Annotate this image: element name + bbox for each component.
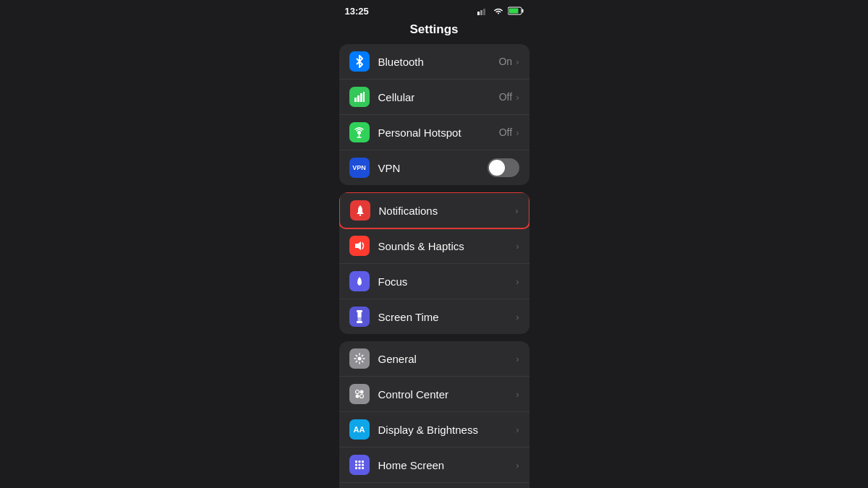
bluetooth-chevron: › [516, 56, 519, 67]
svg-rect-30 [358, 467, 360, 469]
notifications-chevron: › [515, 205, 518, 216]
svg-rect-11 [357, 213, 363, 215]
svg-point-20 [359, 390, 363, 394]
sounds-label: Sounds & Haptics [378, 240, 516, 252]
wifi-icon [493, 7, 504, 17]
scroll-content: Bluetooth On › Cellular Off › [328, 44, 541, 488]
cellular-icon [349, 87, 370, 107]
svg-rect-29 [355, 467, 357, 469]
status-icons [477, 7, 524, 17]
screentime-row[interactable]: Screen Time › [339, 299, 529, 334]
general-row[interactable]: General › [339, 341, 529, 377]
page-title: Settings [328, 20, 541, 44]
svg-rect-6 [354, 98, 357, 102]
hotspot-row[interactable]: Personal Hotspot Off › [339, 115, 529, 150]
connectivity-group: Bluetooth On › Cellular Off › [339, 44, 529, 185]
homescreen-icon [349, 455, 370, 475]
svg-rect-24 [358, 461, 360, 463]
svg-point-21 [355, 395, 359, 398]
svg-rect-8 [360, 93, 362, 102]
hotspot-value: Off [499, 127, 512, 138]
display-chevron: › [516, 424, 519, 435]
homescreen-chevron: › [516, 460, 519, 471]
display-label: Display & Brightness [378, 424, 516, 436]
display-group: General › Control Center › [339, 341, 529, 488]
svg-rect-27 [358, 464, 360, 466]
svg-rect-15 [357, 321, 362, 323]
bluetooth-row[interactable]: Bluetooth On › [339, 44, 529, 80]
svg-rect-2 [483, 9, 485, 15]
svg-rect-14 [357, 310, 362, 312]
focus-chevron: › [516, 276, 519, 287]
display-row[interactable]: AA Display & Brightness › [339, 412, 529, 448]
vpn-label: VPN [378, 162, 488, 174]
vpn-row[interactable]: VPN VPN [339, 150, 529, 185]
svg-rect-28 [362, 464, 364, 466]
svg-rect-17 [357, 312, 361, 317]
hotspot-chevron: › [516, 127, 519, 138]
svg-rect-31 [362, 467, 364, 469]
bluetooth-icon [349, 51, 370, 72]
general-label: General [378, 353, 516, 365]
svg-rect-4 [522, 9, 523, 12]
notifications-icon [350, 200, 370, 221]
sounds-row[interactable]: Sounds & Haptics › [339, 228, 529, 264]
cellular-chevron: › [516, 92, 519, 103]
phone-container: 13:25 [328, 0, 541, 488]
signal-icon [477, 7, 489, 17]
svg-point-18 [357, 357, 361, 361]
svg-rect-5 [509, 8, 518, 13]
svg-point-19 [355, 390, 359, 394]
svg-rect-25 [362, 461, 364, 463]
bluetooth-value: On [498, 56, 512, 67]
controlcenter-label: Control Center [378, 388, 516, 401]
svg-rect-7 [357, 95, 359, 102]
cellular-row[interactable]: Cellular Off › [339, 80, 529, 115]
notifications-label: Notifications [379, 205, 516, 217]
notifications-row[interactable]: Notifications › [339, 192, 529, 229]
battery-icon [508, 7, 524, 17]
focus-label: Focus [378, 275, 516, 288]
controlcenter-icon [349, 384, 370, 404]
time: 13:25 [345, 6, 369, 17]
hotspot-icon [349, 122, 370, 142]
svg-rect-0 [477, 12, 480, 15]
focus-row[interactable]: Focus › [339, 264, 529, 299]
bluetooth-label: Bluetooth [378, 56, 499, 68]
svg-rect-1 [480, 10, 482, 15]
vpn-toggle[interactable] [488, 158, 519, 177]
svg-rect-26 [355, 464, 357, 466]
screentime-chevron: › [516, 312, 519, 322]
hotspot-label: Personal Hotspot [378, 127, 499, 139]
homescreen-row[interactable]: Home Screen › [339, 448, 529, 483]
homescreen-label: Home Screen [378, 459, 516, 471]
status-bar: 13:25 [328, 0, 541, 20]
svg-point-12 [359, 214, 360, 215]
svg-point-22 [359, 395, 363, 398]
general-icon [349, 348, 370, 369]
vpn-icon: VPN [349, 158, 370, 178]
accessibility-row[interactable]: Accessibility › [339, 483, 529, 488]
screentime-label: Screen Time [378, 311, 516, 323]
svg-rect-9 [363, 92, 365, 102]
notifications-group: Notifications › Sounds & Haptics › [339, 192, 529, 334]
general-chevron: › [516, 354, 519, 364]
controlcenter-chevron: › [516, 389, 519, 400]
screentime-icon [349, 307, 370, 327]
sounds-chevron: › [516, 241, 519, 252]
svg-marker-13 [355, 241, 361, 250]
controlcenter-row[interactable]: Control Center › [339, 377, 529, 412]
cellular-label: Cellular [378, 91, 499, 103]
focus-icon [349, 271, 370, 291]
svg-rect-23 [355, 461, 357, 463]
sounds-icon [349, 236, 370, 256]
cellular-value: Off [499, 91, 512, 103]
display-icon: AA [349, 419, 370, 440]
